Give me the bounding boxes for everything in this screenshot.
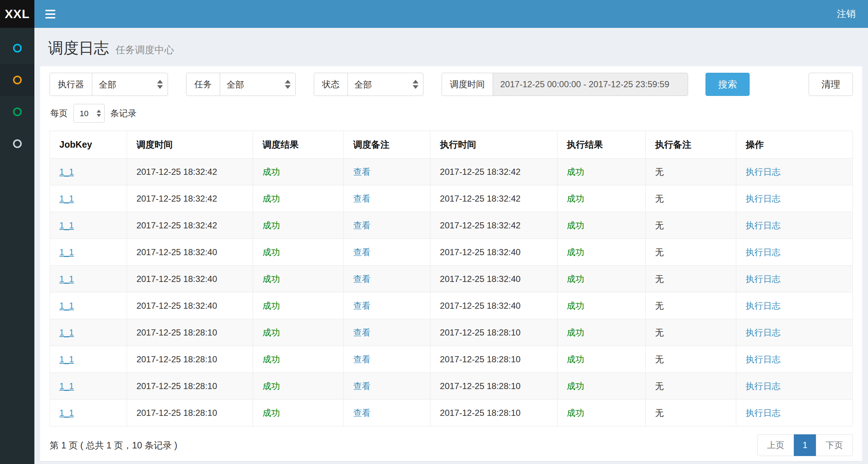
handle-msg-value: 无 [655,274,664,284]
handle-time-value: 2017-12-25 18:32:42 [440,220,521,230]
circle-icon [13,139,22,148]
exec-log-link[interactable]: 执行日志 [746,194,780,203]
table-row: 1_1 2017-12-25 18:32:40 成功 查看 2017-12-25… [50,239,853,266]
handle-result-value: 成功 [567,167,584,177]
jobkey-link[interactable]: 1_1 [59,301,74,311]
trigger-time-value: 2017-12-25 18:32:42 [136,220,217,230]
jobkey-link[interactable]: 1_1 [59,354,74,364]
trigger-time-range-input[interactable] [493,73,688,96]
jobkey-link[interactable]: 1_1 [59,167,74,177]
col-jobkey: JobKey [50,131,127,159]
executor-select[interactable]: 全部 [92,73,168,96]
trigger-result-value: 成功 [262,194,280,203]
pagination-page-1-button[interactable]: 1 [794,434,816,456]
trigger-result-value: 成功 [262,381,280,391]
table-row: 1_1 2017-12-25 18:32:42 成功 查看 2017-12-25… [50,185,853,212]
trigger-result-value: 成功 [262,408,280,418]
job-filter-group: 任务 全部 [186,73,296,96]
sidebar-item-menu-3[interactable] [0,96,34,128]
exec-log-link[interactable]: 执行日志 [746,220,780,230]
pagination-next-button[interactable]: 下页 [816,434,853,456]
trigger-msg-link[interactable]: 查看 [353,381,371,391]
page-subtitle: 任务调度中心 [115,43,174,56]
status-select[interactable]: 全部 [347,73,424,96]
pagination-prev-button[interactable]: 上页 [757,434,794,456]
trigger-result-value: 成功 [262,274,280,284]
trigger-msg-link[interactable]: 查看 [353,194,371,203]
exec-log-link[interactable]: 执行日志 [746,247,780,257]
trigger-msg-link[interactable]: 查看 [353,408,371,418]
jobkey-link[interactable]: 1_1 [59,220,74,230]
trigger-result-value: 成功 [262,247,280,257]
trigger-msg-link[interactable]: 查看 [353,354,371,364]
page-size-select[interactable]: 10 [73,104,105,123]
sidebar-toggle-button[interactable] [34,0,66,28]
trigger-result-value: 成功 [262,354,280,364]
exec-log-link[interactable]: 执行日志 [746,381,780,391]
content-wrapper: 调度日志 任务调度中心 执行器 全部 任务 [34,28,868,464]
trigger-result-value: 成功 [262,301,280,311]
exec-log-link[interactable]: 执行日志 [746,328,780,337]
table-row: 1_1 2017-12-25 18:28:10 成功 查看 2017-12-25… [50,373,853,400]
table-row: 1_1 2017-12-25 18:28:10 成功 查看 2017-12-25… [50,400,853,426]
handle-msg-value: 无 [655,301,664,311]
exec-log-link[interactable]: 执行日志 [746,408,780,418]
col-trigger-result: 调度结果 [253,131,344,159]
trigger-result-value: 成功 [262,167,280,177]
handle-result-value: 成功 [567,301,584,311]
trigger-msg-link[interactable]: 查看 [353,274,371,284]
jobkey-link[interactable]: 1_1 [59,408,74,418]
sidebar-item-menu-2[interactable] [0,64,34,96]
handle-time-value: 2017-12-25 18:32:42 [440,194,521,203]
jobkey-link[interactable]: 1_1 [59,194,74,203]
handle-msg-value: 无 [655,354,664,364]
trigger-msg-link[interactable]: 查看 [353,167,371,177]
content: 执行器 全部 任务 全部 [34,66,868,464]
app-logo: XXL [0,0,34,28]
handle-msg-value: 无 [655,167,664,177]
handle-result-value: 成功 [567,194,584,203]
handle-msg-value: 无 [655,381,664,391]
sidebar-item-menu-1[interactable] [0,32,34,64]
jobkey-link[interactable]: 1_1 [59,381,74,391]
handle-msg-value: 无 [655,408,664,418]
col-handle-result: 执行结果 [557,131,645,159]
trigger-time-value: 2017-12-25 18:32:40 [136,274,217,284]
logout-link[interactable]: 注销 [837,8,856,20]
trigger-result-value: 成功 [262,328,280,337]
handle-time-value: 2017-12-25 18:28:10 [440,328,521,337]
handle-result-value: 成功 [567,354,584,364]
search-button[interactable]: 搜索 [705,73,750,96]
exec-log-link[interactable]: 执行日志 [746,301,780,311]
jobkey-link[interactable]: 1_1 [59,274,74,284]
table-row: 1_1 2017-12-25 18:32:40 成功 查看 2017-12-25… [50,266,853,292]
circle-icon [13,107,22,116]
handle-time-value: 2017-12-25 18:32:42 [440,167,521,177]
handle-time-value: 2017-12-25 18:32:40 [440,301,521,311]
handle-msg-value: 无 [655,194,664,203]
sidebar-item-menu-4[interactable] [0,128,34,160]
trigger-msg-link[interactable]: 查看 [353,301,371,311]
job-filter-label: 任务 [186,73,220,96]
jobkey-link[interactable]: 1_1 [59,247,74,257]
jobkey-link[interactable]: 1_1 [59,328,74,337]
exec-log-link[interactable]: 执行日志 [746,167,780,177]
job-select[interactable]: 全部 [220,73,296,96]
trigger-time-value: 2017-12-25 18:32:42 [136,167,217,177]
col-action: 操作 [736,131,853,159]
trigger-msg-link[interactable]: 查看 [353,220,371,230]
trigger-time-value: 2017-12-25 18:32:42 [136,194,217,203]
page-size-suffix: 条记录 [110,107,136,119]
trigger-msg-link[interactable]: 查看 [353,247,371,257]
handle-time-value: 2017-12-25 18:32:40 [440,274,521,284]
trigger-msg-link[interactable]: 查看 [353,328,371,337]
page-size-prefix: 每页 [50,107,68,119]
handle-result-value: 成功 [567,381,584,391]
status-filter-label: 状态 [314,73,347,96]
table-footer: 第 1 页 ( 总共 1 页，10 条记录 ) 上页 1 下页 [50,434,853,456]
pagination: 上页 1 下页 [757,434,853,456]
exec-log-link[interactable]: 执行日志 [746,274,780,284]
handle-msg-value: 无 [655,328,664,337]
clear-button[interactable]: 清理 [809,73,853,96]
exec-log-link[interactable]: 执行日志 [746,354,780,364]
